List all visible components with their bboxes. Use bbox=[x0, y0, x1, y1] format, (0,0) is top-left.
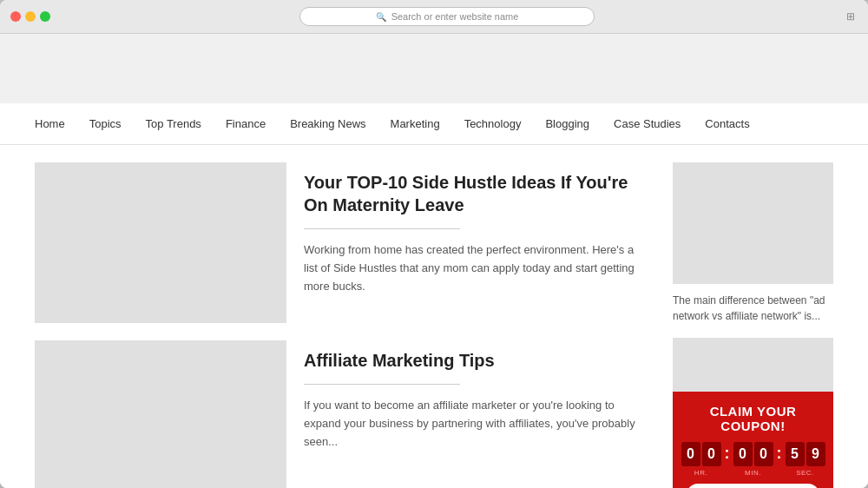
browser-window: 🔍 Search or enter website name ⊞ Home To… bbox=[0, 0, 868, 488]
close-button[interactable] bbox=[10, 11, 21, 22]
minutes-digits: 0 0 bbox=[733, 442, 773, 466]
website-content: Home Topics Top Trends Finance Breaking … bbox=[0, 34, 868, 488]
seconds-digits: 5 9 bbox=[786, 442, 825, 466]
article-1: Your TOP-10 Side Hustle Ideas If You're … bbox=[35, 162, 655, 323]
article-2-excerpt: If you want to become an affiliate marke… bbox=[304, 397, 638, 451]
nav-marketing[interactable]: Marketing bbox=[391, 117, 440, 130]
countdown-row: 0 0 HR. : 0 0 MIN. bbox=[687, 442, 819, 477]
coupon-popup: CLAIM YOUR COUPON! 0 0 HR. : bbox=[673, 392, 833, 488]
nav-blogging[interactable]: Blogging bbox=[545, 117, 589, 130]
countdown-hours: 0 0 HR. bbox=[681, 442, 721, 477]
search-icon: 🔍 bbox=[376, 12, 386, 22]
sidebar-column: The main difference between "ad network … bbox=[673, 162, 833, 488]
get-it-now-button[interactable]: GET IT NOW! bbox=[687, 484, 819, 488]
minutes-label: MIN. bbox=[745, 469, 761, 477]
browser-actions: ⊞ bbox=[844, 10, 858, 23]
minutes-digit-1: 0 bbox=[733, 442, 753, 466]
nav-technology[interactable]: Technology bbox=[464, 117, 522, 130]
article-2: Affiliate Marketing Tips If you want to … bbox=[35, 340, 655, 488]
article-2-content: Affiliate Marketing Tips If you want to … bbox=[286, 340, 655, 488]
hours-digit-1: 0 bbox=[681, 442, 700, 466]
hours-digit-2: 0 bbox=[702, 442, 721, 466]
nav-home[interactable]: Home bbox=[35, 117, 65, 130]
seconds-digit-1: 5 bbox=[786, 442, 805, 466]
countdown-minutes: 0 0 MIN. bbox=[733, 442, 773, 477]
nav-case-studies[interactable]: Case Studies bbox=[614, 117, 681, 130]
browser-chrome: 🔍 Search or enter website name ⊞ bbox=[0, 0, 868, 34]
site-header-banner bbox=[0, 34, 868, 103]
nav-contacts[interactable]: Contacts bbox=[705, 117, 749, 130]
seconds-digit-2: 9 bbox=[806, 442, 825, 466]
minutes-digit-2: 0 bbox=[754, 442, 773, 466]
main-content: Your TOP-10 Side Hustle Ideas If You're … bbox=[0, 145, 868, 488]
seconds-label: SEC. bbox=[796, 469, 814, 477]
coupon-title: CLAIM YOUR COUPON! bbox=[687, 404, 819, 433]
minimize-button[interactable] bbox=[25, 11, 36, 22]
article-1-image bbox=[35, 162, 286, 323]
article-2-title[interactable]: Affiliate Marketing Tips bbox=[304, 349, 638, 372]
article-2-image bbox=[35, 340, 286, 488]
article-1-divider bbox=[304, 228, 460, 229]
colon-2: : bbox=[777, 445, 782, 461]
colon-1: : bbox=[725, 445, 730, 461]
navigation-bar: Home Topics Top Trends Finance Breaking … bbox=[0, 103, 868, 145]
maximize-button[interactable] bbox=[40, 11, 50, 22]
countdown-seconds: 5 9 SEC. bbox=[786, 442, 825, 477]
nav-topics[interactable]: Topics bbox=[89, 117, 122, 130]
hours-label: HR. bbox=[694, 469, 707, 477]
article-1-title[interactable]: Your TOP-10 Side Hustle Ideas If You're … bbox=[304, 171, 638, 216]
nav-top-trends[interactable]: Top Trends bbox=[146, 117, 201, 130]
browser-action-btn[interactable]: ⊞ bbox=[844, 10, 858, 23]
hours-digits: 0 0 bbox=[681, 442, 721, 466]
nav-breaking-news[interactable]: Breaking News bbox=[290, 117, 365, 130]
address-input[interactable]: 🔍 Search or enter website name bbox=[299, 7, 595, 26]
address-placeholder: Search or enter website name bbox=[391, 11, 519, 22]
article-1-content: Your TOP-10 Side Hustle Ideas If You're … bbox=[286, 162, 655, 323]
article-1-excerpt: Working from home has created the perfec… bbox=[304, 241, 638, 295]
nav-finance[interactable]: Finance bbox=[226, 117, 266, 130]
article-2-divider bbox=[304, 384, 460, 385]
articles-column: Your TOP-10 Side Hustle Ideas If You're … bbox=[35, 162, 655, 488]
address-bar: 🔍 Search or enter website name bbox=[57, 7, 837, 26]
traffic-lights bbox=[10, 11, 50, 22]
sidebar-teaser-text: The main difference between "ad network … bbox=[673, 293, 833, 324]
sidebar-image-1 bbox=[673, 162, 833, 284]
